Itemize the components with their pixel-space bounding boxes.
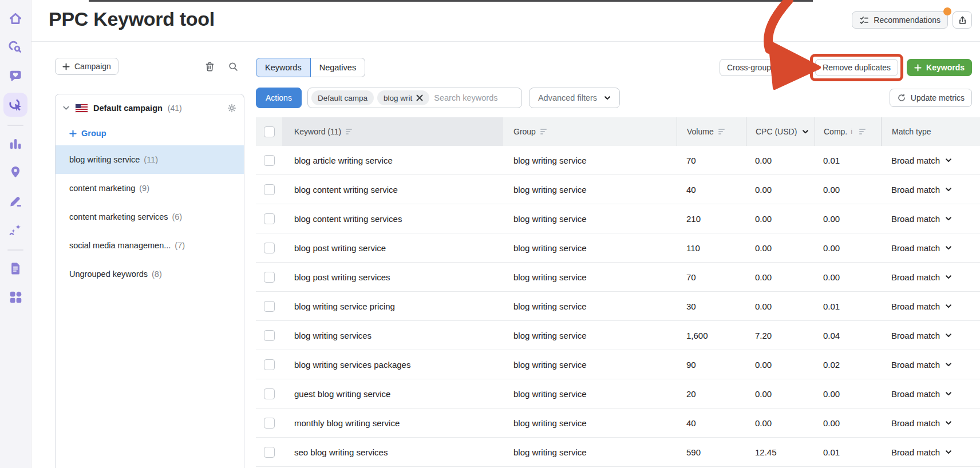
cell-comp: 0.00 — [815, 175, 881, 204]
remove-duplicates-button[interactable]: Remove duplicates — [815, 59, 898, 76]
keyword-search-box[interactable]: Default campa blog writ — [307, 88, 522, 108]
chevron-down-icon — [945, 332, 952, 339]
match-type-dropdown[interactable]: Broad match — [881, 438, 980, 466]
cell-group: blog writing service — [503, 146, 677, 174]
cell-keyword: guest blog writing service — [282, 379, 503, 408]
group-list: blog writing service (11) content market… — [56, 145, 244, 288]
cross-group-negatives-button[interactable]: Cross-group negativ — [720, 59, 807, 76]
row-checkbox[interactable] — [264, 447, 275, 458]
engagement-heart-bubble-icon[interactable] — [3, 64, 27, 88]
cell-group: blog writing service — [503, 321, 677, 350]
match-type-dropdown[interactable]: Broad match — [881, 175, 980, 204]
table-row: blog post writing services blog writing … — [256, 263, 980, 292]
row-checkbox[interactable] — [264, 243, 275, 253]
column-header-keyword[interactable]: Keyword (11) — [282, 117, 503, 146]
app-window: PPC Keyword tool Recommendations — [0, 0, 980, 468]
match-type-dropdown[interactable]: Broad match — [881, 204, 980, 233]
row-checkbox[interactable] — [264, 155, 275, 166]
row-checkbox[interactable] — [264, 213, 275, 224]
search-groups-button[interactable] — [228, 61, 239, 72]
cell-cpc: 12.45 — [746, 438, 815, 466]
filter-chip-campaign[interactable]: Default campa — [311, 90, 374, 105]
filter-chip-query[interactable]: blog writ — [377, 90, 429, 105]
tab-negatives[interactable]: Negatives — [311, 58, 365, 77]
row-checkbox[interactable] — [264, 359, 275, 370]
delete-campaign-button[interactable] — [204, 61, 215, 72]
cell-keyword: blog writing services — [282, 321, 503, 350]
gear-icon[interactable] — [227, 103, 237, 113]
add-group-button[interactable]: Group — [56, 121, 244, 145]
ppc-click-target-icon[interactable] — [3, 93, 27, 117]
search-keywords-input[interactable] — [433, 93, 516, 103]
cell-cpc: 0.00 — [746, 233, 815, 262]
group-list-item[interactable]: social media managemen... (7) — [56, 231, 244, 260]
row-checkbox[interactable] — [264, 272, 275, 283]
row-checkbox[interactable] — [264, 388, 275, 399]
match-type-dropdown[interactable]: Broad match — [881, 379, 980, 408]
add-keywords-button[interactable]: Keywords — [907, 59, 972, 76]
group-list-item[interactable]: Ungrouped keywords (8) — [56, 260, 244, 288]
column-header-comp[interactable]: Comp. i — [815, 117, 881, 146]
match-type-dropdown[interactable]: Broad match — [881, 321, 980, 350]
tab-keywords[interactable]: Keywords — [256, 58, 311, 77]
cell-comp: 0.01 — [815, 292, 881, 320]
cell-comp: 0.00 — [815, 204, 881, 233]
column-header-cpc[interactable]: CPC (USD) — [746, 117, 815, 146]
group-list-item[interactable]: content marketing (9) — [56, 174, 244, 203]
chevron-down-icon — [945, 449, 952, 455]
research-icon[interactable] — [3, 35, 27, 60]
content-pencil-icon[interactable] — [3, 189, 27, 213]
sort-icon — [859, 129, 866, 134]
update-metrics-button[interactable]: Update metrics — [890, 89, 972, 107]
table-row: blog writing services blog writing servi… — [256, 321, 980, 350]
cell-volume: 110 — [677, 233, 746, 262]
match-type-dropdown[interactable]: Broad match — [881, 408, 980, 437]
export-upload-icon — [958, 15, 967, 25]
cell-cpc: 0.00 — [746, 263, 815, 291]
row-checkbox[interactable] — [264, 330, 275, 341]
group-list-item[interactable]: content marketing services (6) — [56, 203, 244, 231]
keywords-area: Keywords Negatives Cross-group negativ R… — [244, 42, 980, 468]
column-header-volume[interactable]: Volume — [677, 117, 746, 146]
match-type-dropdown[interactable]: Broad match — [881, 233, 980, 262]
chevron-down-icon — [945, 303, 952, 310]
match-type-dropdown[interactable]: Broad match — [881, 350, 980, 379]
campaign-count: (41) — [168, 104, 182, 113]
cell-group: blog writing service — [503, 379, 677, 408]
cell-comp: 0.00 — [815, 379, 881, 408]
select-all-checkbox[interactable] — [264, 126, 275, 137]
chevron-down-icon — [945, 244, 952, 251]
row-checkbox[interactable] — [264, 418, 275, 429]
match-type-dropdown[interactable]: Broad match — [881, 292, 980, 320]
campaign-header[interactable]: Default campaign (41) — [56, 94, 244, 121]
match-type-dropdown[interactable]: Broad match — [881, 146, 980, 174]
bar-chart-icon[interactable] — [3, 132, 27, 156]
group-list-item[interactable]: blog writing service (11) — [56, 145, 244, 174]
cell-group: blog writing service — [503, 438, 677, 466]
location-pin-icon[interactable] — [3, 160, 27, 184]
cell-comp: 0.02 — [815, 350, 881, 379]
page-header: PPC Keyword tool Recommendations — [31, 0, 980, 42]
table-row: blog post writing service blog writing s… — [256, 233, 980, 263]
reports-document-icon[interactable] — [3, 256, 27, 280]
cell-group: blog writing service — [503, 292, 677, 320]
add-campaign-button[interactable]: Campaign — [55, 58, 118, 75]
ai-sparkles-icon[interactable] — [3, 217, 27, 241]
cell-group: blog writing service — [503, 263, 677, 291]
close-icon[interactable] — [416, 94, 423, 101]
advanced-filters-button[interactable]: Advanced filters — [529, 88, 620, 108]
match-type-dropdown[interactable]: Broad match — [881, 263, 980, 291]
row-checkbox[interactable] — [264, 184, 275, 195]
column-header-group[interactable]: Group — [503, 117, 677, 146]
apps-grid-icon[interactable] — [3, 285, 27, 309]
search-icon — [228, 61, 239, 72]
table-row: guest blog writing service blog writing … — [256, 379, 980, 408]
recommendations-button[interactable]: Recommendations — [852, 11, 948, 29]
home-icon[interactable] — [3, 7, 27, 31]
export-button[interactable] — [953, 11, 972, 29]
chevron-down-icon[interactable] — [62, 104, 70, 112]
notification-dot — [943, 7, 951, 15]
actions-button[interactable]: Actions — [256, 88, 302, 108]
cell-keyword: blog content writing services — [282, 204, 503, 233]
row-checkbox[interactable] — [264, 301, 275, 312]
